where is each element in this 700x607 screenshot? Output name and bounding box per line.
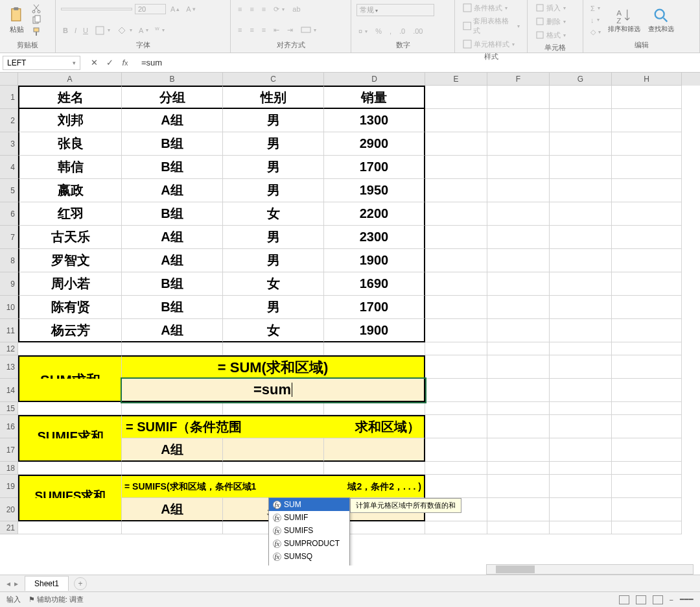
cell[interactable] (487, 402, 550, 415)
cell[interactable]: 韩信 (18, 156, 122, 179)
autocomplete-item[interactable]: fxSUMIF (269, 511, 349, 524)
cell[interactable] (612, 249, 682, 272)
cell[interactable] (425, 521, 487, 534)
cell[interactable] (612, 379, 682, 402)
cell[interactable]: 分组 (122, 86, 223, 109)
cell[interactable]: 2300 (324, 226, 425, 249)
cell[interactable]: B组 (122, 296, 223, 319)
cell[interactable] (425, 226, 487, 249)
cell[interactable] (425, 342, 487, 355)
row-header[interactable]: 7 (0, 226, 18, 249)
cell[interactable] (612, 355, 682, 379)
cell[interactable] (18, 342, 122, 355)
cell[interactable] (425, 402, 487, 415)
cell[interactable]: 男 (223, 179, 324, 202)
cell[interactable] (487, 202, 550, 226)
format-button[interactable]: 格式 (533, 29, 568, 42)
align-middle-button[interactable]: ≡ (248, 4, 255, 14)
col-header[interactable]: D (324, 73, 425, 86)
sort-filter-button[interactable]: AZ 排序和筛选 (605, 5, 643, 35)
cell[interactable] (612, 202, 682, 226)
cell[interactable] (425, 272, 487, 296)
cell[interactable] (612, 462, 682, 475)
cell[interactable]: 男 (223, 132, 324, 156)
autocomplete-item[interactable]: fxSUMSQ (269, 550, 349, 563)
cell[interactable] (487, 86, 550, 109)
cell[interactable] (425, 132, 487, 156)
cell[interactable] (18, 521, 122, 534)
copy-icon[interactable] (31, 15, 41, 25)
row-header[interactable]: 17 (0, 438, 18, 462)
cell[interactable] (18, 379, 122, 402)
cell[interactable] (425, 438, 487, 462)
cell[interactable]: A组 (122, 438, 223, 462)
conditional-format-button[interactable]: 条件格式 (460, 1, 522, 14)
cell[interactable]: A组 (122, 179, 223, 202)
cell[interactable] (487, 132, 550, 156)
cell[interactable] (487, 521, 550, 534)
cell[interactable] (612, 296, 682, 319)
autocomplete-item[interactable]: fxSUM (269, 498, 349, 511)
row-header[interactable]: 8 (0, 249, 18, 272)
cell[interactable]: 1690 (324, 272, 425, 296)
cell[interactable] (550, 132, 612, 156)
clear-button[interactable]: ◇ (589, 27, 603, 38)
cell[interactable]: = SUMIF（条件范围 (122, 415, 290, 438)
cell[interactable]: A组 (122, 498, 223, 521)
cell[interactable] (122, 342, 223, 355)
row-header[interactable]: 14 (0, 379, 18, 402)
cell[interactable]: 姓名 (18, 86, 122, 109)
cell[interactable] (487, 415, 550, 438)
cell[interactable] (612, 272, 682, 296)
cell[interactable] (550, 296, 612, 319)
page-break-view-icon[interactable] (653, 595, 663, 604)
cell[interactable] (550, 226, 612, 249)
row-header[interactable]: 2 (0, 109, 18, 132)
row-header[interactable]: 19 (0, 475, 18, 498)
row-header[interactable]: 4 (0, 156, 18, 179)
cell[interactable] (612, 86, 682, 109)
row-header[interactable]: 11 (0, 319, 18, 342)
cell[interactable] (425, 319, 487, 342)
cell[interactable] (612, 319, 682, 342)
cell-styles-button[interactable]: 单元格样式 (460, 38, 522, 51)
find-select-button[interactable]: 查找和选 (646, 5, 677, 35)
cell[interactable] (550, 202, 612, 226)
cell[interactable] (425, 475, 487, 498)
insert-button[interactable]: 插入 (533, 1, 568, 14)
cell[interactable] (612, 521, 682, 534)
cell[interactable]: = SUMIFS(求和区域，条件区域1 (122, 475, 290, 498)
cell[interactable] (487, 226, 550, 249)
table-format-button[interactable]: 套用表格格式 (460, 15, 522, 37)
cell[interactable] (612, 109, 682, 132)
zoom-out-button[interactable]: − (670, 596, 673, 604)
cell[interactable]: SUMIFS求和 (18, 475, 122, 498)
page-layout-view-icon[interactable] (636, 595, 646, 604)
cell[interactable]: A组 (122, 319, 223, 342)
cell[interactable]: 男 (223, 226, 324, 249)
cell[interactable]: 1700 (324, 296, 425, 319)
cell[interactable] (425, 249, 487, 272)
add-sheet-button[interactable]: + (74, 577, 87, 590)
zoom-slider[interactable]: ━━━ (680, 595, 694, 604)
cell[interactable] (425, 86, 487, 109)
cell[interactable] (550, 402, 612, 415)
cell[interactable] (18, 498, 122, 521)
font-color-button[interactable]: A (137, 24, 150, 37)
cell[interactable] (550, 379, 612, 402)
cell[interactable]: A组 (122, 249, 223, 272)
cell[interactable]: 销量 (324, 86, 425, 109)
col-header[interactable]: F (487, 73, 550, 86)
cell[interactable] (550, 319, 612, 342)
cell[interactable] (487, 498, 550, 521)
cell[interactable] (612, 475, 682, 498)
cell[interactable] (550, 438, 612, 462)
cell[interactable] (425, 202, 487, 226)
cell[interactable]: 男 (223, 156, 324, 179)
percent-button[interactable]: % (373, 26, 384, 36)
cell[interactable]: 女 (223, 272, 324, 296)
cell[interactable]: 女 (223, 202, 324, 226)
cut-icon[interactable] (31, 3, 41, 14)
cell[interactable]: 男 (223, 296, 324, 319)
cell[interactable]: 嬴政 (18, 179, 122, 202)
